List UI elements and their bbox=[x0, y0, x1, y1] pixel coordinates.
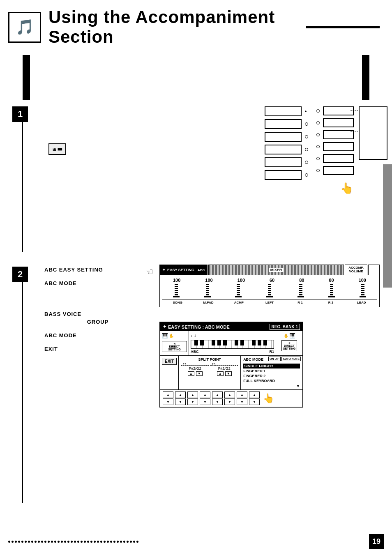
split-up-1[interactable]: ▲ bbox=[188, 371, 194, 376]
dot-6 bbox=[305, 173, 308, 177]
slider-left[interactable] bbox=[266, 284, 273, 297]
dashed-line-3 bbox=[350, 151, 358, 151]
nav-up-4[interactable]: ▲ bbox=[200, 391, 210, 398]
btn-rect-1[interactable] bbox=[265, 106, 302, 116]
nav-buttons-area: ▲ ▼ ▲ ▼ ▲ ▼ bbox=[160, 389, 302, 407]
split-value-1: F#2/G2 bbox=[181, 366, 209, 371]
slider-notch-mpad bbox=[204, 296, 211, 297]
step2-line bbox=[22, 282, 23, 503]
keyboard-label-abc: ABC bbox=[191, 350, 199, 354]
nav-down-3[interactable]: ▼ bbox=[187, 398, 198, 405]
nav-up-6[interactable]: ▲ bbox=[224, 391, 235, 398]
footer-dot bbox=[15, 541, 17, 543]
slider-notch-lead bbox=[360, 296, 366, 297]
hand-icon-right: ✋ bbox=[284, 334, 288, 338]
nav-up-3[interactable]: ▲ bbox=[187, 391, 198, 398]
mode-fingered-2[interactable]: FINGERED 2 bbox=[243, 373, 300, 378]
abc-display: ✦ EASY SETTING : ABC MODE REG. BANK 1 bbox=[159, 322, 303, 408]
star-icon: ✦ bbox=[162, 268, 166, 272]
easy-setting-abc-label: EASY SETTING : ABC MODE bbox=[168, 325, 230, 329]
main-content: 1 ⊞ ■■ • bbox=[0, 100, 392, 527]
note-icon: ♪ bbox=[191, 334, 193, 338]
accomp-volume-tab[interactable]: ACCOMP. VOLUME bbox=[345, 265, 367, 275]
footer-dot bbox=[127, 541, 129, 543]
btn-rect-6[interactable] bbox=[265, 170, 302, 180]
step1-content: ⊞ ■■ • bbox=[32, 104, 380, 252]
btn-rect-4[interactable] bbox=[265, 145, 302, 154]
svg-rect-22 bbox=[217, 340, 221, 345]
slider-acmp[interactable] bbox=[235, 284, 242, 297]
split-dot-1 bbox=[183, 363, 186, 366]
footer-dot bbox=[123, 541, 125, 543]
left-vertical-bar bbox=[23, 55, 30, 100]
slider-mpad[interactable] bbox=[204, 284, 211, 297]
direct-setting-label-1: DIRECT bbox=[164, 345, 185, 348]
slider-lead[interactable] bbox=[360, 284, 366, 297]
nav-down-4[interactable]: ▼ bbox=[200, 398, 210, 405]
nav-down-6[interactable]: ▼ bbox=[224, 398, 235, 405]
btn-rect-5[interactable] bbox=[265, 157, 302, 167]
nav-down-8[interactable]: ▼ bbox=[249, 398, 260, 405]
direct-setting-btn-1[interactable]: ◄ DIRECT SETTING bbox=[162, 341, 187, 352]
nav-group-6: ▲ ▼ bbox=[224, 391, 235, 405]
nav-up-2[interactable]: ▲ bbox=[175, 391, 186, 398]
direct-setting-btn-2[interactable]: ◄ DIRECT SETTING bbox=[281, 340, 297, 351]
btn-rect-3[interactable] bbox=[265, 132, 302, 142]
footer-dot bbox=[104, 541, 106, 543]
nav-up-5[interactable]: ▲ bbox=[212, 391, 223, 398]
slider-r2[interactable] bbox=[328, 284, 335, 297]
split-up-2[interactable]: ▲ bbox=[217, 371, 224, 376]
mode-fingered-1[interactable]: FINGERED 1 bbox=[243, 368, 300, 373]
dot-filled-1: • bbox=[305, 108, 307, 114]
button-row-3 bbox=[265, 132, 308, 142]
mode-full-keyboard[interactable]: FULL KEYBOARD bbox=[243, 378, 300, 383]
abc-mode-display: ✦ EASY SETTING : ABC MODE REG. BANK 1 bbox=[159, 313, 380, 408]
button-row-6 bbox=[265, 170, 308, 180]
right-btn-5[interactable] bbox=[323, 154, 354, 163]
right-button-row-3 bbox=[316, 130, 354, 139]
mixer-tab[interactable]: MIXER bbox=[208, 265, 344, 275]
abc-easy-setting-label: ABC EASY SETTING bbox=[44, 267, 151, 273]
setting-label-2: SETTING bbox=[283, 347, 295, 350]
abc-keyboard-area: ♪ ♩ bbox=[189, 331, 276, 355]
nav-down-5[interactable]: ▼ bbox=[212, 398, 223, 405]
nav-up-7[interactable]: ▲ bbox=[237, 391, 247, 398]
bracket-container bbox=[359, 106, 387, 160]
nav-down-7[interactable]: ▼ bbox=[237, 398, 247, 405]
right-btn-1[interactable] bbox=[323, 106, 354, 115]
exit-button[interactable]: EXIT bbox=[162, 358, 177, 365]
label-r1: R 1 bbox=[295, 301, 306, 304]
right-btn-6[interactable] bbox=[323, 166, 354, 175]
svg-rect-23 bbox=[223, 340, 227, 345]
lcd-icon: ⊞ bbox=[53, 146, 56, 152]
nav-up-8[interactable]: ▲ bbox=[249, 391, 260, 398]
footer-dot bbox=[87, 541, 89, 543]
btn-rect-2[interactable] bbox=[265, 119, 302, 129]
page-title: Using the Accompaniment Section bbox=[48, 7, 297, 47]
nav-up-1[interactable]: ▲ bbox=[163, 391, 173, 398]
right-btn-2[interactable] bbox=[323, 118, 354, 127]
nav-down-2[interactable]: ▼ bbox=[175, 398, 186, 405]
footer-dot bbox=[77, 541, 79, 543]
footer-dot bbox=[54, 541, 56, 543]
split-arrows-1: ▲ ▼ bbox=[181, 371, 209, 376]
easy-setting-tab[interactable]: ✦ EASY SETTING ABC bbox=[159, 265, 208, 275]
abc-left-panel: 🎹 ✋ ◄ DIRECT SETTING bbox=[160, 331, 189, 355]
label-r2: R 2 bbox=[325, 301, 337, 304]
split-down-1[interactable]: ▼ bbox=[196, 371, 203, 376]
keyboard-label-r1: R1 bbox=[269, 350, 274, 354]
slider-r1[interactable] bbox=[297, 284, 304, 297]
slider-song[interactable] bbox=[173, 284, 180, 297]
footer-dot bbox=[48, 541, 50, 543]
button-panel: • bbox=[265, 106, 380, 195]
right-btn-4[interactable] bbox=[323, 142, 354, 151]
footer-dot bbox=[38, 541, 40, 543]
label-lead: LEAD bbox=[356, 301, 367, 304]
right-dot-6 bbox=[316, 169, 320, 172]
nav-group-5: ▲ ▼ bbox=[212, 391, 223, 405]
nav-down-1[interactable]: ▼ bbox=[163, 398, 173, 405]
mode-single-finger[interactable]: SINGLE FINGER bbox=[243, 364, 300, 368]
abc-right-panel: ✋ 🎹 ◄ DIRECT SETTING bbox=[276, 331, 302, 355]
right-btn-3[interactable] bbox=[323, 130, 354, 139]
split-down-2[interactable]: ▼ bbox=[225, 371, 232, 376]
